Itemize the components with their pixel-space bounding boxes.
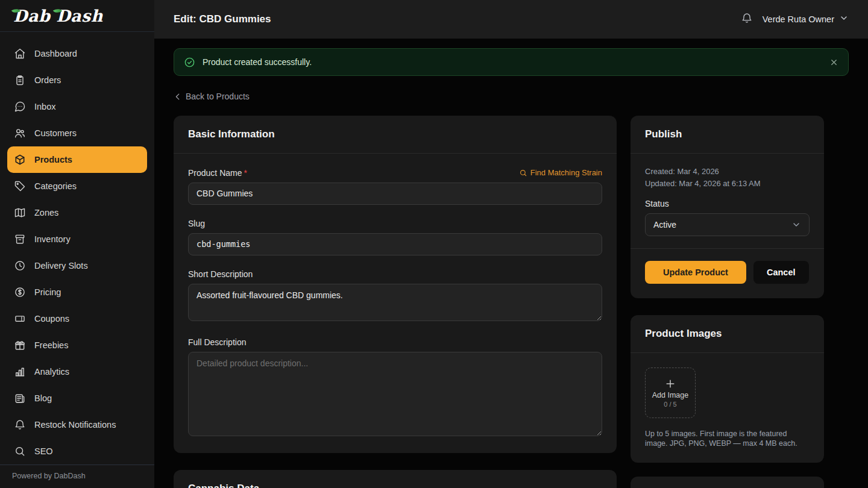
ticket-icon — [14, 313, 26, 325]
newspaper-icon — [14, 392, 26, 404]
sidebar-item-seo[interactable]: SEO — [7, 438, 147, 465]
sidebar-item-label: Products — [34, 155, 72, 164]
sidebar-item-delivery-slots[interactable]: Delivery Slots — [7, 252, 147, 279]
card-title: Basic Information — [188, 128, 602, 140]
topbar: Edit: CBD Gummies Verde Ruta Owner — [154, 0, 868, 39]
sidebar-item-freebies[interactable]: Freebies — [7, 332, 147, 358]
sidebar-item-zones[interactable]: Zones — [7, 199, 147, 226]
dollar-circle-icon — [14, 286, 26, 298]
chevron-down-icon — [839, 13, 849, 25]
required-asterisk: * — [244, 168, 247, 178]
tag-icon — [14, 180, 26, 192]
main-area: Edit: CBD Gummies Verde Ruta Owner Produ… — [154, 0, 868, 488]
back-to-products-link[interactable]: Back to Products — [174, 92, 250, 101]
find-matching-strain-link[interactable]: Find Matching Strain — [519, 168, 602, 177]
cannabis-data-card: Cannabis Data — [174, 470, 617, 488]
plus-icon — [664, 378, 676, 390]
sidebar-item-label: Blog — [34, 393, 52, 403]
short-description-textarea[interactable]: Assorted fruit-flavoured CBD gummies. — [188, 284, 602, 321]
full-description-textarea[interactable] — [188, 352, 602, 436]
update-product-button[interactable]: Update Product — [645, 261, 746, 284]
updated-date: Updated: Mar 4, 2026 at 6:13 AM — [645, 178, 810, 190]
status-value: Active — [653, 220, 676, 230]
bell-icon — [14, 419, 26, 431]
sidebar-item-inventory[interactable]: Inventory — [7, 226, 147, 252]
app-root: Dab Dash Dashboard Orders Inbox Customer… — [0, 0, 868, 488]
sidebar-nav: Dashboard Orders Inbox Customers Product… — [0, 32, 154, 465]
cancel-button[interactable]: Cancel — [753, 261, 809, 284]
close-icon[interactable] — [829, 58, 838, 67]
product-images-card: Product Images Add Image 0 / 5 Up to 5 i… — [631, 315, 824, 463]
full-description-label: Full Description — [188, 337, 602, 347]
image-count: 0 / 5 — [664, 401, 676, 408]
archive-box-icon — [14, 233, 26, 245]
alert-message: Product created successfully. — [203, 57, 822, 67]
divider — [631, 248, 824, 249]
sidebar-item-label: Freebies — [34, 340, 68, 350]
slug-label: Slug — [188, 219, 602, 228]
card-title: Cannabis Data — [188, 483, 602, 488]
sidebar-item-label: Dashboard — [34, 49, 77, 58]
sidebar-item-label: Restock Notifications — [34, 420, 116, 430]
publish-card: Publish Created: Mar 4, 2026 Updated: Ma… — [631, 116, 824, 298]
sidebar-item-blog[interactable]: Blog — [7, 385, 147, 411]
sidebar-item-label: SEO — [34, 446, 53, 456]
status-select[interactable]: Active — [645, 213, 810, 236]
sidebar-item-label: Coupons — [34, 314, 69, 324]
sidebar-item-categories[interactable]: Categories — [7, 173, 147, 199]
notifications-button[interactable] — [741, 12, 753, 27]
powered-by: Powered by DabDash — [0, 465, 154, 488]
brand-logo[interactable]: Dab Dash — [0, 0, 154, 32]
sidebar-item-products[interactable]: Products — [7, 146, 147, 173]
short-description-label: Short Description — [188, 269, 602, 279]
chevron-left-icon — [174, 92, 183, 101]
sidebar-item-label: Analytics — [34, 367, 69, 377]
product-name-input[interactable] — [188, 183, 602, 205]
sidebar-item-analytics[interactable]: Analytics — [7, 358, 147, 385]
card-title: Product Images — [645, 328, 810, 340]
sidebar-item-label: Customers — [34, 128, 77, 138]
sidebar-item-label: Categories — [34, 181, 77, 191]
sidebar: Dab Dash Dashboard Orders Inbox Customer… — [0, 0, 154, 488]
sidebar-item-label: Orders — [34, 75, 61, 85]
check-circle-icon — [184, 57, 195, 68]
clipboard-icon — [14, 74, 26, 86]
add-image-label: Add Image — [652, 391, 688, 399]
sidebar-item-coupons[interactable]: Coupons — [7, 305, 147, 332]
chevron-down-icon — [791, 220, 801, 230]
strain-link-label: Find Matching Strain — [530, 168, 602, 177]
sidebar-item-inbox[interactable]: Inbox — [7, 93, 147, 120]
success-alert: Product created successfully. — [174, 48, 849, 76]
sidebar-item-dashboard[interactable]: Dashboard — [7, 40, 147, 67]
sidebar-item-label: Inbox — [34, 102, 55, 111]
slug-input[interactable] — [188, 233, 602, 255]
sidebar-item-restock-notifications[interactable]: Restock Notifications — [7, 411, 147, 438]
user-menu[interactable]: Verde Ruta Owner — [763, 13, 849, 25]
users-icon — [14, 127, 26, 139]
next-card-partial — [631, 477, 824, 488]
clock-icon — [14, 260, 26, 272]
bar-chart-icon — [14, 366, 26, 378]
home-icon — [14, 48, 26, 60]
bell-icon — [741, 12, 753, 24]
sidebar-item-label: Zones — [34, 208, 58, 217]
created-date: Created: Mar 4, 2026 — [645, 166, 810, 178]
sidebar-item-customers[interactable]: Customers — [7, 120, 147, 146]
sidebar-item-label: Delivery Slots — [34, 261, 88, 271]
sidebar-item-orders[interactable]: Orders — [7, 67, 147, 93]
status-label: Status — [645, 199, 810, 208]
product-name-label: Product Name* — [188, 168, 247, 178]
add-image-button[interactable]: Add Image 0 / 5 — [645, 368, 696, 418]
sidebar-item-pricing[interactable]: Pricing — [7, 279, 147, 305]
basic-information-card: Basic Information Product Name* Find Mat… — [174, 116, 617, 453]
gift-icon — [14, 339, 26, 351]
image-help-text: Up to 5 images. First image is the featu… — [645, 429, 810, 448]
back-link-label: Back to Products — [186, 92, 250, 101]
chat-bubble-icon — [14, 101, 26, 113]
page-title: Edit: CBD Gummies — [174, 13, 271, 25]
sidebar-item-label: Pricing — [34, 287, 61, 297]
map-icon — [14, 207, 26, 219]
sidebar-item-label: Inventory — [34, 234, 71, 244]
card-title: Publish — [645, 128, 810, 140]
page-content: Product created successfully. Back to Pr… — [154, 39, 868, 488]
